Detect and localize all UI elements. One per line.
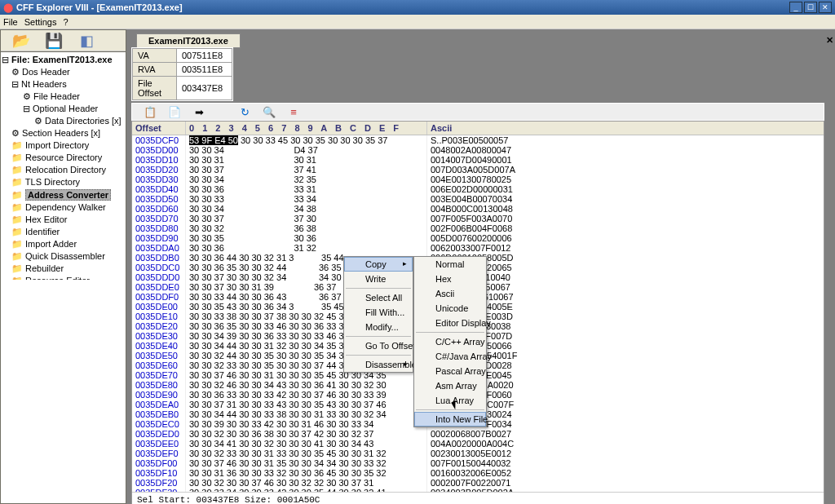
hex-row[interactable]: 0035DD5030 30 33 33 34003E004B00070034 [132, 194, 824, 204]
tree-item[interactable]: Rebuilder [2, 263, 125, 275]
menu-item[interactable]: Into New File [414, 412, 486, 427]
hex-row[interactable]: 0035DF1030 30 31 36 30 30 33 32 30 30 36… [132, 468, 824, 478]
tree-item[interactable]: Dependency Walker [2, 201, 125, 214]
menu-item[interactable]: Fill With... [344, 305, 413, 320]
left-toolbar: 📂 💾 ◧ [1, 30, 126, 51]
refresh-icon[interactable]: ↻ [238, 105, 251, 118]
tree-item[interactable]: File: ExamenIT2013.exe [2, 54, 125, 66]
addr-key: RVA [133, 63, 177, 77]
tree-item[interactable]: Import Adder [2, 238, 125, 250]
tree-item[interactable]: Nt Headers [2, 78, 125, 91]
tree-item[interactable]: Import Directory [2, 139, 125, 152]
hex-row[interactable]: 0035DEF030 30 32 33 30 30 31 33 30 30 35… [132, 449, 824, 458]
address-table: VA007511E8RVA003511E8File Offset003437E8 [131, 47, 233, 101]
menu-item[interactable]: Lua Array [414, 393, 486, 408]
hex-row[interactable]: 0035DD7030 30 37 37 30007F005F003A0070 [132, 214, 824, 223]
menu-item[interactable]: Editor Display [414, 316, 486, 330]
hex-row[interactable]: 0035DDA030 30 36 31 3200620033007F0012 [132, 243, 824, 253]
window-controls: _ ☐ ✕ [789, 2, 832, 13]
addr-key: VA [133, 49, 177, 63]
save-icon[interactable]: 💾 [45, 32, 63, 50]
options-icon[interactable]: ≡ [287, 105, 300, 118]
hex-row[interactable]: 0035DED030 30 32 30 30 36 38 30 30 37 42… [132, 429, 824, 439]
window-title: CFF Explorer VIII - [ExamenIT2013.exe] [16, 2, 789, 12]
maximize-button[interactable]: ☐ [804, 2, 817, 13]
tree-view[interactable]: File: ExamenIT2013.exeDos HeaderNt Heade… [1, 51, 126, 280]
hex-row[interactable]: 0035DCF053 9F E4 50 30 30 33 45 30 30 35… [132, 135, 824, 145]
menu-item[interactable]: Ascii [414, 286, 486, 301]
col-bytes: 0 1 2 3 4 5 6 7 8 9 A B C D E F [186, 122, 427, 135]
tree-item[interactable]: Quick Disassembler [2, 250, 125, 263]
menu-item[interactable]: Write [344, 272, 413, 286]
file-tab[interactable]: ExamenIT2013.exe [136, 33, 241, 48]
minimize-button[interactable]: _ [789, 2, 802, 13]
paste-icon[interactable]: 📄 [168, 105, 181, 118]
menu-item[interactable]: Select All [344, 290, 413, 305]
hex-row[interactable]: 0035DD0030 30 34 D4 370048002A00800047 [132, 145, 824, 155]
hex-row[interactable]: 0035DD4030 30 36 33 31006E002D00000031 [132, 184, 824, 194]
tree-item[interactable]: Resource Directory [2, 152, 125, 164]
menu-item[interactable]: C/C++ Array [414, 334, 486, 349]
menu-item[interactable]: Asm Array [414, 378, 486, 393]
hex-row[interactable]: 0035DF0030 30 37 46 30 30 31 35 30 30 34… [132, 458, 824, 468]
hex-row[interactable]: 0035DD1030 30 31 30 310014007D00490001 [132, 155, 824, 165]
hex-row[interactable]: 0035DD8030 30 32 36 38002F006B004F0068 [132, 223, 824, 233]
tree-item[interactable]: Section Headers [x] [2, 127, 125, 139]
open-icon[interactable]: 📂 [12, 32, 30, 50]
menu-file[interactable]: File [3, 17, 18, 27]
tree-item[interactable]: Address Converter [2, 188, 125, 201]
status-bar: Sel Start: 003437E8 Size: 0001A50C [132, 492, 824, 504]
menu-item[interactable]: Disassemble [344, 357, 413, 372]
menu-item[interactable]: Modify... [344, 320, 413, 334]
copy-icon[interactable]: 📋 [144, 105, 157, 118]
col-offset: Offset [132, 122, 186, 135]
hex-toolbar: 📋 📄 ➡ ↻ 🔍 ≡ [131, 103, 824, 121]
hex-row[interactable]: 0035DD6030 30 34 34 38004B000C00130048 [132, 204, 824, 214]
tree-item[interactable]: Hex Editor [2, 214, 125, 226]
context-menu[interactable]: CopyWriteSelect AllFill With...Modify...… [343, 256, 413, 373]
menu-item[interactable]: Hex [414, 272, 486, 286]
search-icon[interactable]: 🔍 [263, 105, 276, 118]
hex-row[interactable]: 0035DD3030 30 34 32 35004E001300780025 [132, 175, 824, 184]
tree-item[interactable]: Optional Header [2, 103, 125, 115]
tree-item[interactable]: Identifier [2, 226, 125, 238]
menu-help[interactable]: ? [63, 17, 68, 27]
right-panel: ExamenIT2013.exe ✕ VA007511E8RVA003511E8… [126, 29, 835, 504]
hex-row[interactable]: 0035DD2030 30 37 37 41007D003A005D007A [132, 165, 824, 175]
tree-item[interactable]: Relocation Directory [2, 164, 125, 176]
tree-item[interactable]: File Header [2, 91, 125, 103]
export-icon[interactable]: ➡ [192, 105, 205, 118]
menu-item[interactable]: C#/Java Array [414, 349, 486, 364]
addr-value[interactable]: 003511E8 [177, 63, 232, 77]
addr-key: File Offset [133, 77, 177, 100]
menu-bar: File Settings ? [0, 15, 835, 29]
tree-item[interactable]: Dos Header [2, 66, 125, 78]
context-submenu-copy[interactable]: NormalHexAsciiUnicodeEditor DisplayC/C++… [413, 256, 487, 427]
cube-icon[interactable]: ◧ [77, 32, 95, 50]
hex-row[interactable]: 0035DF2030 30 32 30 30 37 46 30 30 32 32… [132, 478, 824, 488]
menu-settings[interactable]: Settings [24, 17, 57, 27]
tree-item[interactable]: TLS Directory [2, 176, 125, 188]
title-bar: ⬤ CFF Explorer VIII - [ExamenIT2013.exe]… [0, 0, 835, 15]
left-panel: 📂 💾 ◧ File: ExamenIT2013.exeDos HeaderNt… [0, 29, 126, 504]
col-ascii: Ascii [427, 122, 533, 135]
addr-value[interactable]: 007511E8 [177, 49, 232, 63]
menu-item[interactable]: Pascal Array [414, 364, 486, 378]
app-icon: ⬤ [3, 2, 13, 13]
close-button[interactable]: ✕ [819, 2, 832, 13]
addr-value[interactable]: 003437E8 [177, 77, 232, 100]
tab-close-icon[interactable]: ✕ [824, 35, 835, 46]
hex-row[interactable]: 0035DEE030 30 34 41 30 30 32 30 30 30 41… [132, 439, 824, 449]
hex-row[interactable]: 0035DD9030 30 35 30 36005D007600200006 [132, 233, 824, 243]
menu-item[interactable]: Go To Offset [344, 338, 413, 353]
menu-item[interactable]: Unicode [414, 301, 486, 316]
menu-item[interactable]: Copy [344, 257, 413, 272]
menu-item[interactable]: Normal [414, 257, 486, 272]
tree-item[interactable]: Data Directories [x] [2, 115, 125, 127]
